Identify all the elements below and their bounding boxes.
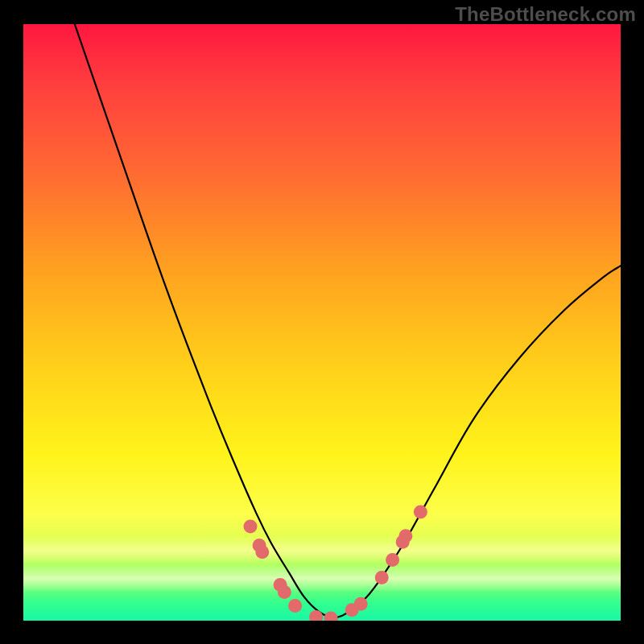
bottleneck-curve <box>75 24 621 617</box>
curve-marker <box>414 506 427 519</box>
chart-frame: TheBottleneck.com <box>0 0 644 644</box>
curve-marker <box>244 519 258 533</box>
curve-marker <box>398 529 412 543</box>
curve-marker <box>324 612 338 621</box>
curve-marker <box>278 585 291 599</box>
curve-marker <box>386 553 399 567</box>
curve-marker <box>255 545 269 559</box>
curve-marker <box>375 571 389 584</box>
watermark-text: TheBottleneck.com <box>455 3 636 26</box>
curve-marker <box>288 599 302 613</box>
curve-marker <box>354 597 368 611</box>
plot-area <box>23 24 621 621</box>
curve-marker <box>309 610 323 621</box>
curve-markers <box>244 506 427 621</box>
curve-layer <box>23 24 621 621</box>
